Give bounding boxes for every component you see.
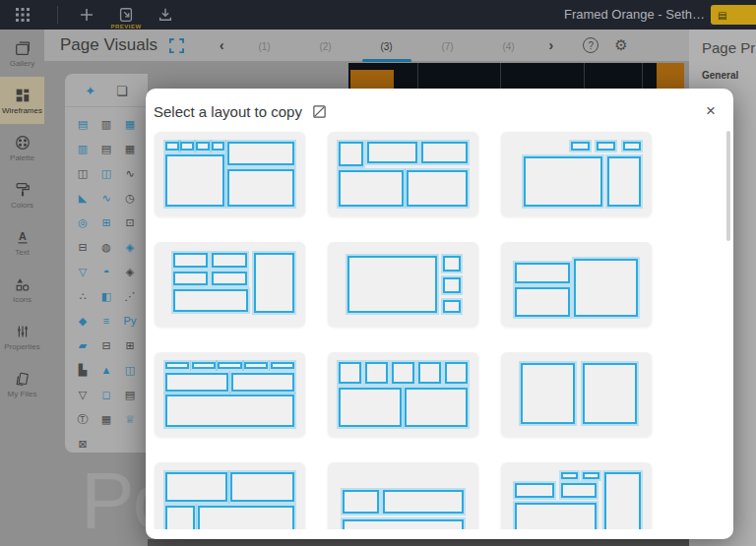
stacked-column-icon[interactable]: ▦ xyxy=(118,140,142,157)
duplicate-icon[interactable]: ❏ xyxy=(116,84,128,98)
pointer-arrow-icon[interactable]: ▲ xyxy=(94,361,118,379)
candlestick-icon[interactable]: ◆ xyxy=(71,312,94,330)
world-map-icon[interactable]: ◈ xyxy=(118,238,142,256)
scatter-icon[interactable]: ∴ xyxy=(71,287,94,305)
icons-icon xyxy=(14,275,32,293)
wireframe-rect xyxy=(165,362,189,369)
grouped-bar-icon[interactable]: ▤ xyxy=(94,140,118,157)
wireframe-rect xyxy=(407,170,468,207)
layout-preview xyxy=(339,142,468,207)
layout-card-layout-6[interactable] xyxy=(501,242,652,327)
download-button[interactable] xyxy=(155,4,176,26)
share-button[interactable]: ▤ xyxy=(711,5,756,25)
sidebar-item-my-files[interactable]: My Files xyxy=(0,360,44,407)
wireframe-rect xyxy=(383,490,465,514)
canvas-page-strip xyxy=(348,63,684,89)
us-map-icon[interactable]: ▰ xyxy=(71,336,94,354)
bar-chart-icon[interactable]: ▤ xyxy=(71,115,94,133)
counter-icon[interactable]: ⊡ xyxy=(118,213,142,231)
page-tab-3[interactable]: (3) xyxy=(356,33,417,58)
wireframe-rect xyxy=(165,394,294,427)
bar-line-icon[interactable]: ◫ xyxy=(71,164,94,182)
preview-button[interactable]: PREVIEW xyxy=(115,4,137,26)
page-pagination: ‹ (1)(2)(3)(7)(4) › xyxy=(210,33,563,58)
wireframe-rect xyxy=(343,490,379,514)
close-icon[interactable]: × xyxy=(700,100,722,122)
gauge-icon[interactable]: ◓ xyxy=(94,263,118,280)
grid-table-icon[interactable]: ⊞ xyxy=(118,336,142,354)
fullscreen-expand-icon[interactable] xyxy=(169,38,184,53)
trophy-icon[interactable]: ♕ xyxy=(118,410,142,428)
layout-card-layout-1[interactable] xyxy=(155,132,305,216)
area-chart-icon[interactable]: ◣ xyxy=(71,189,94,207)
donut-chart-icon[interactable]: ◎ xyxy=(71,213,94,231)
page-tab-1[interactable]: (1) xyxy=(234,33,295,58)
column-line-icon[interactable]: ◫ xyxy=(94,164,118,182)
wireframe-rect xyxy=(515,263,570,283)
page-tab-7[interactable]: (7) xyxy=(417,33,478,58)
sidebar-item-palette[interactable]: Palette xyxy=(0,124,44,171)
layout-card-layout-12[interactable] xyxy=(501,462,652,529)
wireframe-rect xyxy=(418,362,441,384)
sidebar-item-wireframes[interactable]: Wireframes xyxy=(0,77,44,124)
histogram-icon[interactable]: ▙ xyxy=(71,361,94,379)
layout-card-layout-9[interactable] xyxy=(501,352,652,437)
section-general-label[interactable]: General xyxy=(702,70,756,81)
speech-bubble-icon[interactable]: ◻ xyxy=(94,386,118,403)
line-chart-icon[interactable]: ∿ xyxy=(118,164,142,182)
sidebar-item-properties[interactable]: Properties xyxy=(0,313,44,360)
page-tab-4[interactable]: (4) xyxy=(478,33,539,58)
layout-card-layout-11[interactable] xyxy=(328,462,478,529)
report-icon[interactable]: ▦ xyxy=(94,410,118,428)
dialog-scrollbar[interactable] xyxy=(726,131,730,241)
image-icon[interactable]: ⊠ xyxy=(71,435,94,453)
dialog-body xyxy=(146,128,733,529)
sidebar-item-gallery[interactable]: Gallery xyxy=(0,30,44,77)
picture-chart-icon[interactable]: ⊟ xyxy=(71,238,94,256)
layout-preview xyxy=(165,362,294,427)
layout-card-layout-4[interactable] xyxy=(155,242,305,327)
layout-card-layout-3[interactable] xyxy=(501,132,652,216)
layout-card-layout-8[interactable] xyxy=(328,352,478,437)
org-chart-icon[interactable]: ◫ xyxy=(118,361,142,379)
share-button-icon: ▤ xyxy=(718,10,726,21)
add-page-button[interactable] xyxy=(76,4,97,26)
column-chart-icon[interactable]: ▥ xyxy=(94,115,118,133)
text-box-icon[interactable]: Ⓣ xyxy=(71,410,94,428)
canvas-divider xyxy=(500,63,501,89)
treemap-icon[interactable]: ◧ xyxy=(94,287,118,305)
layout-card-layout-5[interactable] xyxy=(328,242,478,327)
line-area-icon[interactable]: ∿ xyxy=(94,189,118,207)
dot-plot-icon[interactable]: ⋰ xyxy=(118,287,142,305)
layout-card-layout-10[interactable] xyxy=(155,462,305,529)
form-icon[interactable]: ⊟ xyxy=(94,336,118,354)
help-icon[interactable]: ? xyxy=(583,37,598,53)
sidebar-item-colors[interactable]: Colors xyxy=(0,171,44,218)
stacked-bar-icon[interactable]: ▦ xyxy=(118,115,142,133)
ai-sparkle-icon[interactable]: ✦ xyxy=(85,84,95,98)
wireframe-rect xyxy=(196,142,210,151)
list-icon[interactable]: ≡ xyxy=(94,312,118,330)
left-sidebar: GalleryWireframesPaletteColorsATextIcons… xyxy=(0,30,44,546)
settings-gear-icon[interactable]: ⚙ xyxy=(614,36,627,54)
layout-card-layout-2[interactable] xyxy=(328,132,478,216)
grouped-column-icon[interactable]: ▥ xyxy=(71,140,94,157)
sidebar-item-text[interactable]: AText xyxy=(0,218,44,266)
region-map-icon[interactable]: ◈ xyxy=(118,263,142,280)
prev-page-chevron[interactable]: ‹ xyxy=(210,37,234,53)
next-page-chevron[interactable]: › xyxy=(539,37,564,53)
pyramid-icon[interactable]: Py xyxy=(118,312,142,330)
funnel-2-icon[interactable]: ▽ xyxy=(71,386,94,403)
page-tab-2[interactable]: (2) xyxy=(295,33,356,58)
document-icon[interactable]: ▤ xyxy=(118,386,142,403)
globe-icon[interactable]: ◍ xyxy=(94,238,118,256)
table-chart-icon[interactable]: ⊞ xyxy=(94,213,118,231)
funnel-icon[interactable]: ▽ xyxy=(71,263,94,280)
wireframe-rect xyxy=(365,362,388,384)
apps-grid-icon[interactable] xyxy=(12,4,33,26)
layout-card-layout-7[interactable] xyxy=(155,352,305,437)
layout-preview xyxy=(512,142,641,207)
pie-chart-icon[interactable]: ◷ xyxy=(118,189,142,207)
sidebar-item-icons[interactable]: Icons xyxy=(0,266,44,313)
page-header: Page Visuals ‹ (1)(2)(3)(7)(4) › ? ⚙ xyxy=(44,30,689,61)
